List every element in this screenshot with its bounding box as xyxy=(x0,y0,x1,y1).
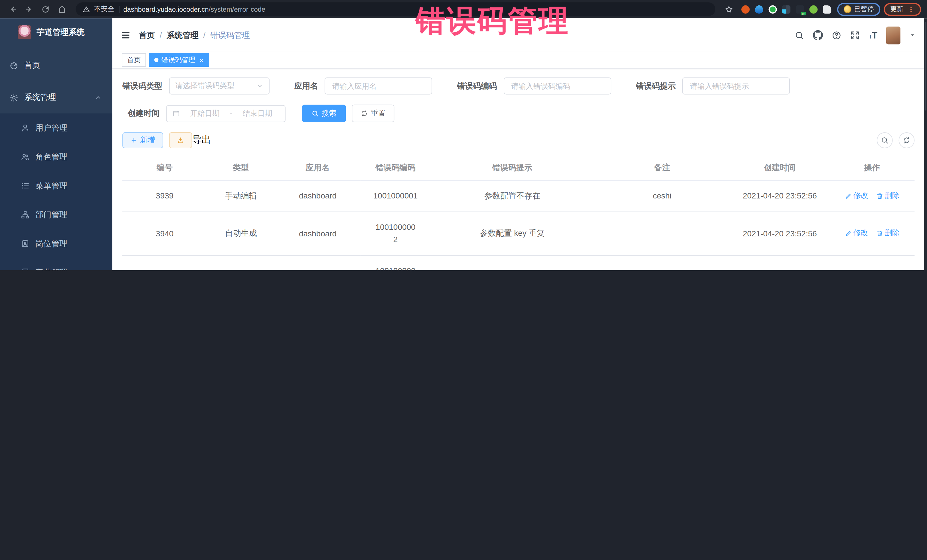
profile-avatar-icon xyxy=(844,5,851,13)
browser-forward-icon[interactable] xyxy=(23,3,36,16)
trash-icon xyxy=(876,230,883,237)
extension-green-check-icon[interactable] xyxy=(769,5,777,14)
url-separator xyxy=(119,6,119,13)
extension-switch-icon[interactable]: on xyxy=(796,5,804,14)
search-button[interactable]: 搜索 xyxy=(302,105,346,122)
sidebar-item-系统管理[interactable]: 系统管理 xyxy=(0,82,112,114)
error-type-select[interactable]: 请选择错误码类型 xyxy=(169,77,269,94)
add-button[interactable]: 新增 xyxy=(122,132,163,148)
end-date-placeholder: 结束日期 xyxy=(236,108,279,118)
fullscreen-icon[interactable] xyxy=(850,30,860,40)
profile-paused-badge[interactable]: 已暂停 xyxy=(837,3,880,16)
header-search-icon[interactable] xyxy=(795,30,804,40)
tag-home[interactable]: 首页 xyxy=(122,53,146,67)
table-header-row: 编号类型应用名错误码编码错误码提示备注创建时间操作 xyxy=(122,155,915,181)
breadcrumb-separator: / xyxy=(160,31,162,39)
bookmark-star-icon[interactable] xyxy=(722,3,736,16)
browser-back-icon[interactable] xyxy=(6,3,19,16)
plus-icon xyxy=(131,137,137,144)
extension-orange-icon[interactable] xyxy=(741,5,749,14)
extension-blue-gem-icon[interactable] xyxy=(755,5,763,14)
sidebar-item-菜单管理[interactable]: 菜单管理 xyxy=(0,171,112,200)
sidebar-item-首页[interactable]: 首页 xyxy=(0,50,112,82)
cell-message: 不能删除类型为系统内置的参数配置 xyxy=(430,255,594,270)
cell-id: 3940 xyxy=(122,212,207,255)
cell-code: 100100000 3 xyxy=(360,255,430,270)
edit-link[interactable]: 修改 xyxy=(845,191,868,201)
browser-reload-icon[interactable] xyxy=(39,3,52,16)
breadcrumb: 首页 / 系统管理 / 错误码管理 xyxy=(139,30,250,41)
browser-scrollbar[interactable] xyxy=(924,18,927,270)
extensions-puzzle-icon[interactable] xyxy=(823,5,831,14)
help-icon[interactable] xyxy=(832,30,842,40)
cell-actions: 修改删除 xyxy=(830,181,915,212)
reset-refresh-icon xyxy=(360,110,368,117)
filter-code-label: 错误码编码 xyxy=(457,81,497,91)
column-header-错误码提示: 错误码提示 xyxy=(430,155,594,181)
refresh-table-button[interactable] xyxy=(899,132,915,148)
cell-time: 2021-04-20 23:52:56 xyxy=(730,181,830,212)
filter-type-label: 错误码类型 xyxy=(122,81,162,91)
font-size-icon[interactable]: TT xyxy=(869,31,877,39)
reset-button[interactable]: 重置 xyxy=(352,105,394,122)
cell-id: 3939 xyxy=(122,181,207,212)
breadcrumb-current: 错误码管理 xyxy=(210,30,250,41)
org-tree-icon xyxy=(20,211,29,219)
delete-link[interactable]: 删除 xyxy=(876,191,900,201)
sidebar-item-用户管理[interactable]: 用户管理 xyxy=(0,114,112,143)
error-message-input[interactable] xyxy=(689,81,784,91)
column-header-编号: 编号 xyxy=(122,155,207,181)
sidebar-item-岗位管理[interactable]: 岗位管理 xyxy=(0,229,112,258)
breadcrumb-home[interactable]: 首页 xyxy=(139,30,155,41)
update-label: 更新 xyxy=(890,5,903,14)
extension-key-icon[interactable] xyxy=(810,5,818,14)
chevron-up-icon xyxy=(95,94,102,101)
select-chevron-down-icon xyxy=(257,83,263,89)
search-button-icon xyxy=(312,110,319,117)
breadcrumb-separator: / xyxy=(204,31,206,39)
sidebar-item-部门管理[interactable]: 部门管理 xyxy=(0,200,112,229)
sidebar-toggle-icon[interactable] xyxy=(121,30,131,40)
column-header-类型: 类型 xyxy=(207,155,275,181)
edit-link[interactable]: 修改 xyxy=(845,228,868,238)
pencil-icon xyxy=(845,230,852,237)
not-secure-warning-icon xyxy=(83,6,90,13)
tag-close-icon[interactable]: × xyxy=(200,56,204,64)
tag-error-code[interactable]: 错误码管理 × xyxy=(149,53,208,67)
browser-menu-dots-icon[interactable] xyxy=(907,6,915,13)
active-tag-dot-icon xyxy=(154,58,159,62)
cell-code: 100100000 2 xyxy=(360,212,430,255)
app-logo[interactable]: 芋道管理系统 xyxy=(0,18,112,45)
browser-update-button[interactable]: 更新 xyxy=(884,3,921,16)
user-menu-caret-icon[interactable] xyxy=(909,32,916,38)
cell-message: 参数配置不存在 xyxy=(430,181,594,212)
filter-time-label: 创建时间 xyxy=(128,108,160,118)
column-header-应用名: 应用名 xyxy=(275,155,361,181)
address-bar[interactable]: 不安全 dashboard.yudao.iocoder.cn/system/er… xyxy=(76,2,715,16)
cell-time: 2021-04-20 23:52:56 xyxy=(730,212,830,255)
url-text: dashboard.yudao.iocoder.cn/system/error-… xyxy=(123,6,265,13)
start-date-placeholder: 开始日期 xyxy=(183,108,226,118)
export-button[interactable] xyxy=(169,132,192,148)
extension-grid-icon[interactable] xyxy=(782,5,790,14)
filter-message-label: 错误码提示 xyxy=(636,81,676,91)
delete-link[interactable]: 删除 xyxy=(876,228,900,238)
app-name-input[interactable] xyxy=(331,81,426,91)
extensions-tray: on xyxy=(739,5,834,14)
refresh-table-icon xyxy=(903,137,910,144)
column-header-创建时间: 创建时间 xyxy=(730,155,830,181)
browser-home-icon[interactable] xyxy=(56,3,69,16)
cell-type: 手动编辑 xyxy=(207,181,275,212)
github-icon[interactable] xyxy=(813,30,823,40)
toggle-search-button[interactable] xyxy=(877,132,893,148)
cell-app: dashboard xyxy=(275,212,361,255)
user-avatar[interactable] xyxy=(886,26,900,44)
table-row: 3939手动编辑dashboard1001000001参数配置不存在ceshi2… xyxy=(122,181,915,212)
breadcrumb-system[interactable]: 系统管理 xyxy=(167,30,199,41)
create-time-range-picker[interactable]: 开始日期 - 结束日期 xyxy=(166,105,286,122)
menu-list-icon xyxy=(20,181,29,190)
logo-image xyxy=(18,25,31,39)
sidebar-item-角色管理[interactable]: 角色管理 xyxy=(0,142,112,171)
sidebar-item-字典管理[interactable]: 字典管理 xyxy=(0,258,112,270)
error-code-input[interactable] xyxy=(510,81,605,91)
